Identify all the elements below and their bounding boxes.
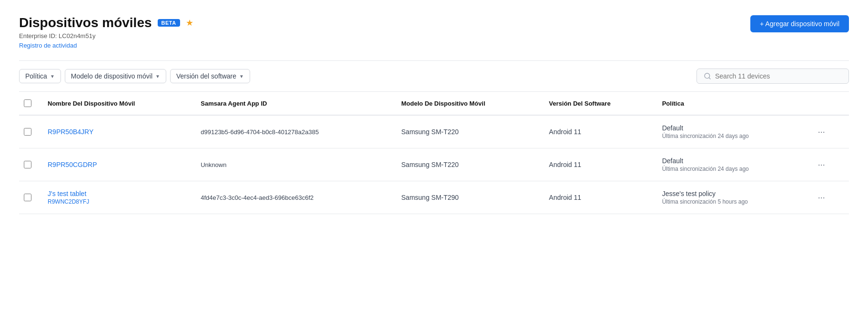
row-policy: Default Última sincronización 24 days ag… (656, 115, 808, 148)
device-id-sub: R9WNC2D8YFJ (48, 198, 189, 205)
col-header-version: Versión Del Software (543, 92, 656, 115)
col-header-model: Modelo De Dispositivo Móvil (395, 92, 543, 115)
agent-app-id-value: 4fd4e7c3-3c0c-4ec4-aed3-696bce63c6f2 (201, 194, 313, 201)
search-box (696, 69, 849, 84)
filters-row: Política ▼ Modelo de dispositivo móvil ▼… (19, 60, 849, 92)
policy-name: Jesse's test policy (662, 190, 803, 197)
row-version: Android 11 (543, 115, 656, 148)
policy-chevron-icon: ▼ (50, 74, 55, 79)
row-device-name: R9PR50B4JRY (42, 115, 195, 148)
select-all-checkbox[interactable] (24, 99, 31, 107)
row-checkbox-cell (19, 115, 42, 148)
row-actions-cell: ··· (808, 181, 849, 214)
search-icon (704, 72, 711, 80)
table-row: R9PR50CGDRPUnknownSamsung SM-T220Android… (19, 148, 849, 181)
row-version: Android 11 (543, 181, 656, 214)
row-checkbox-cell (19, 148, 42, 181)
beta-badge: BETA (158, 19, 180, 27)
policy-filter[interactable]: Política ▼ (19, 69, 61, 83)
policy-sync: Última sincronización 24 days ago (662, 166, 803, 172)
table-header-row: Nombre Del Dispositivo Móvil Samsara Age… (19, 92, 849, 115)
row-more-button[interactable]: ··· (814, 158, 829, 172)
page-container: Dispositivos móviles BETA ★ Enterprise I… (0, 0, 868, 334)
device-name-link[interactable]: R9PR50B4JRY (48, 128, 93, 136)
col-header-agent-id: Samsara Agent App ID (195, 92, 395, 115)
title-row: Dispositivos móviles BETA ★ (19, 15, 193, 30)
star-icon[interactable]: ★ (186, 18, 193, 28)
col-header-actions (808, 92, 849, 115)
row-checkbox-cell (19, 181, 42, 214)
add-device-button[interactable]: + Agregar dispositivo móvil (750, 15, 849, 32)
activity-link[interactable]: Registro de actividad (19, 42, 77, 49)
policy-sync: Última sincronización 5 hours ago (662, 198, 803, 205)
row-more-button[interactable]: ··· (814, 191, 829, 205)
agent-app-id-value: d99123b5-6d96-4704-b0c8-401278a2a385 (201, 128, 319, 136)
devices-table: Nombre Del Dispositivo Móvil Samsara Age… (19, 92, 849, 214)
enterprise-id: Enterprise ID: LC02n4m51y (19, 32, 193, 39)
row-device-name: R9PR50CGDRP (42, 148, 195, 181)
model-filter[interactable]: Modelo de dispositivo móvil ▼ (65, 69, 166, 83)
device-name-link[interactable]: J's test tablet (48, 190, 86, 197)
policy-name: Default (662, 124, 803, 132)
table-row: J's test tabletR9WNC2D8YFJ4fd4e7c3-3c0c-… (19, 181, 849, 214)
row-agent-id: d99123b5-6d96-4704-b0c8-401278a2a385 (195, 115, 395, 148)
version-chevron-icon: ▼ (239, 74, 244, 79)
search-input[interactable] (715, 72, 842, 80)
row-model: Samsung SM-T220 (395, 148, 543, 181)
row-checkbox[interactable] (24, 161, 31, 168)
page-header: Dispositivos móviles BETA ★ Enterprise I… (19, 15, 849, 49)
col-header-name: Nombre Del Dispositivo Móvil (42, 92, 195, 115)
page-title: Dispositivos móviles (19, 15, 152, 30)
policy-sync: Última sincronización 24 days ago (662, 133, 803, 139)
row-model: Samsung SM-T290 (395, 181, 543, 214)
row-more-button[interactable]: ··· (814, 125, 829, 139)
row-actions-cell: ··· (808, 148, 849, 181)
devices-table-wrap: Nombre Del Dispositivo Móvil Samsara Age… (19, 92, 849, 214)
row-agent-id: 4fd4e7c3-3c0c-4ec4-aed3-696bce63c6f2 (195, 181, 395, 214)
version-filter-label: Versión del software (176, 72, 236, 80)
row-actions-cell: ··· (808, 115, 849, 148)
table-row: R9PR50B4JRYd99123b5-6d96-4704-b0c8-40127… (19, 115, 849, 148)
policy-name: Default (662, 157, 803, 165)
col-header-policy: Política (656, 92, 808, 115)
row-checkbox[interactable] (24, 194, 31, 201)
row-agent-id: Unknown (195, 148, 395, 181)
version-filter[interactable]: Versión del software ▼ (170, 69, 250, 83)
agent-app-id-value: Unknown (201, 161, 226, 168)
policy-filter-label: Política (25, 72, 47, 80)
row-checkbox[interactable] (24, 128, 31, 136)
row-policy: Default Última sincronización 24 days ag… (656, 148, 808, 181)
row-device-name: J's test tabletR9WNC2D8YFJ (42, 181, 195, 214)
select-all-header (19, 92, 42, 115)
model-filter-label: Modelo de dispositivo móvil (71, 72, 152, 80)
device-name-link[interactable]: R9PR50CGDRP (48, 161, 97, 168)
row-model: Samsung SM-T220 (395, 115, 543, 148)
header-left: Dispositivos móviles BETA ★ Enterprise I… (19, 15, 193, 49)
model-chevron-icon: ▼ (155, 74, 160, 79)
row-version: Android 11 (543, 148, 656, 181)
row-policy: Jesse's test policy Última sincronizació… (656, 181, 808, 214)
svg-line-1 (709, 78, 710, 79)
